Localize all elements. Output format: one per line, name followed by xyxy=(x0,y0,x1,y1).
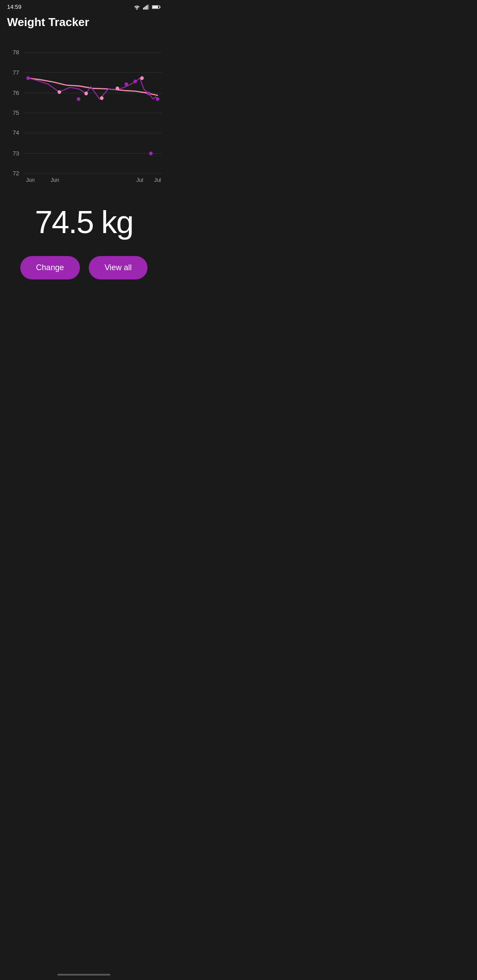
svg-rect-5 xyxy=(148,4,149,9)
data-point xyxy=(26,76,30,80)
signal-icon xyxy=(143,4,149,10)
data-point xyxy=(147,92,151,95)
svg-text:77: 77 xyxy=(13,69,19,75)
svg-rect-1 xyxy=(143,8,144,9)
data-point xyxy=(100,96,103,100)
weight-value: 74.5 kg xyxy=(35,204,133,240)
data-point xyxy=(133,79,137,83)
svg-rect-3 xyxy=(146,6,147,9)
wifi-icon xyxy=(133,4,140,10)
app-header: Weight Tracker xyxy=(0,12,168,36)
svg-text:78: 78 xyxy=(13,49,19,56)
status-bar: 14:59 xyxy=(0,0,168,12)
svg-point-0 xyxy=(136,8,138,10)
svg-text:75: 75 xyxy=(13,109,19,116)
svg-rect-8 xyxy=(152,6,158,8)
data-point xyxy=(57,90,61,94)
svg-text:76: 76 xyxy=(13,90,19,96)
svg-text:Jul: Jul xyxy=(154,177,161,183)
svg-text:Jun: Jun xyxy=(51,177,60,183)
svg-text:73: 73 xyxy=(13,150,19,157)
status-icons xyxy=(133,4,161,10)
weight-chart: 78 77 76 75 74 73 72 Jun Jun Jul Jul xyxy=(0,36,168,186)
avg-line xyxy=(28,78,158,95)
svg-text:72: 72 xyxy=(13,170,19,177)
battery-icon xyxy=(152,4,161,10)
data-point xyxy=(149,151,153,155)
svg-rect-2 xyxy=(144,7,145,9)
view-all-button[interactable]: View all xyxy=(89,256,148,279)
page-title: Weight Tracker xyxy=(7,15,161,29)
svg-text:Jun: Jun xyxy=(26,177,35,183)
data-point xyxy=(140,76,144,80)
data-point xyxy=(116,87,119,90)
data-point xyxy=(156,97,159,101)
data-point xyxy=(77,97,80,101)
svg-text:74: 74 xyxy=(13,129,19,136)
time-display: 14:59 xyxy=(7,4,22,10)
current-weight-display: 74.5 kg xyxy=(0,186,168,249)
chart-svg: 78 77 76 75 74 73 72 Jun Jun Jul Jul xyxy=(4,43,164,183)
action-buttons: Change View all xyxy=(0,249,168,294)
data-point xyxy=(125,82,128,86)
svg-text:Jul: Jul xyxy=(136,177,144,183)
data-point xyxy=(84,92,88,95)
svg-rect-4 xyxy=(147,5,148,10)
change-button[interactable]: Change xyxy=(20,256,80,279)
svg-rect-7 xyxy=(159,6,160,8)
